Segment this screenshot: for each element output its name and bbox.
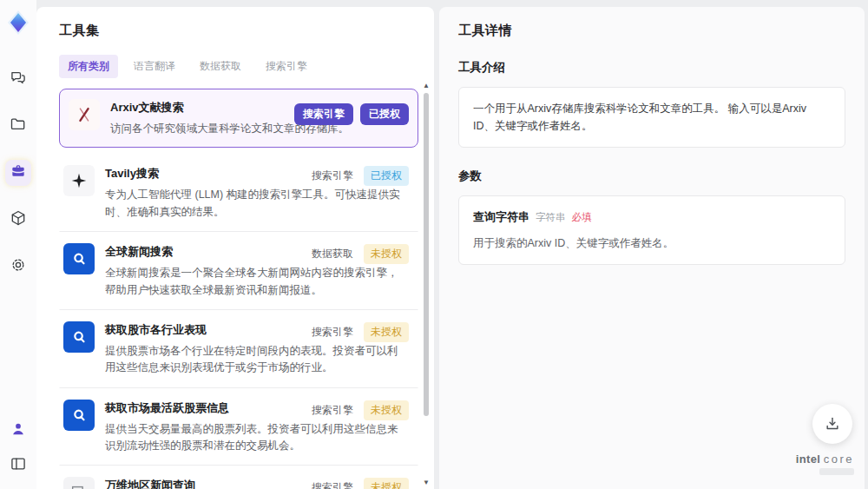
- detail-title: 工具详情: [458, 23, 845, 39]
- scrollbar-up-icon[interactable]: ▲: [423, 82, 430, 90]
- newspaper-icon: [63, 477, 95, 489]
- tool-list: Arxiv文献搜索 访问各个研究领域大量科学论文和文章的存储库。 搜索引擎 已授…: [59, 89, 418, 489]
- tool-card[interactable]: 获取股市各行业表现 提供股票市场各个行业在特定时间段内的表现。投资者可以利用这些…: [59, 310, 418, 388]
- category-tab[interactable]: 搜索引擎: [257, 55, 316, 78]
- tool-category-badge: 搜索引擎: [312, 403, 353, 418]
- news-search-icon: [63, 243, 95, 274]
- panel-toggle-icon: [10, 455, 27, 476]
- tool-description: 全球新闻搜索是一个聚合全球各大新闻网站内容的搜索引擎，帮助用户快速获取全球最新资…: [105, 265, 404, 299]
- tavily-icon: [63, 165, 95, 196]
- tool-auth-badge: 未授权: [364, 244, 409, 264]
- tool-auth-badge: 未授权: [364, 322, 409, 342]
- folder-icon: [10, 116, 27, 136]
- param-header: 查询字符串 字符串 必填: [473, 208, 831, 227]
- tool-category-badge: 搜索引擎: [312, 480, 353, 489]
- tool-category-badge: 数据获取: [312, 247, 353, 261]
- download-icon: [824, 415, 841, 433]
- tool-auth-badge: 已授权: [364, 166, 409, 186]
- app-logo-icon: [4, 9, 32, 36]
- tool-category-badge: 搜索引擎: [312, 169, 353, 183]
- sidebar-item-gear[interactable]: [5, 254, 31, 280]
- tool-card[interactable]: 全球新闻搜索 全球新闻搜索是一个聚合全球各大新闻网站内容的搜索引擎，帮助用户快速…: [59, 232, 418, 310]
- tool-auth-badge: 未授权: [364, 478, 409, 489]
- sidebar-nav: [5, 66, 31, 280]
- category-tab[interactable]: 所有类别: [59, 55, 118, 78]
- tool-card[interactable]: 万维地区新闻查询 查询具体行政区划内的新闻，快速了解各地新闻动 搜索引擎 未授权: [59, 466, 418, 489]
- category-tab[interactable]: 语言翻译: [125, 55, 184, 78]
- app-window: 工具集 所有类别 语言翻译 数据获取 搜索引擎 Arxiv文献搜索 访问各个研究…: [0, 0, 868, 489]
- sidebar-bottom: [5, 418, 31, 479]
- tool-category-badge: 搜索引擎: [312, 325, 353, 340]
- param-type: 字符串: [536, 209, 566, 225]
- param-description: 用于搜索的Arxiv ID、关键字或作者姓名。: [473, 235, 831, 252]
- stock-icon: [63, 321, 95, 353]
- user-icon: [10, 420, 27, 441]
- sidebar-item-toolbox[interactable]: [5, 160, 31, 186]
- chat-icon: [10, 69, 27, 89]
- tool-description: 提供当天交易量最高的股票列表。投资者可以利用这些信息来识别流动性强的股票和潜在的…: [105, 421, 404, 455]
- scrollbar-thumb[interactable]: [424, 93, 429, 416]
- tool-card[interactable]: Tavily搜索 专为人工智能代理 (LLM) 构建的搜索引擎工具。可快速提供实…: [59, 154, 418, 232]
- brand-subtext: [819, 468, 854, 475]
- sidebar-item-chat[interactable]: [5, 66, 31, 92]
- sidebar-item-user[interactable]: [5, 418, 31, 444]
- tool-auth-badge: 已授权: [360, 103, 409, 125]
- gear-icon: [10, 256, 27, 277]
- tool-auth-badge: 未授权: [364, 400, 409, 420]
- scrollbar-down-icon[interactable]: ▼: [423, 479, 430, 487]
- sidebar-item-panel-toggle[interactable]: [5, 453, 31, 479]
- intel-core-logo: intel core: [796, 453, 854, 475]
- params-heading: 参数: [458, 169, 845, 184]
- sidebar: [0, 0, 36, 489]
- tool-description: 专为人工智能代理 (LLM) 构建的搜索引擎工具。可快速提供实时、准确和真实的结…: [105, 187, 404, 221]
- param-name: 查询字符串: [473, 208, 529, 227]
- tool-card[interactable]: Arxiv文献搜索 访问各个研究领域大量科学论文和文章的存储库。 搜索引擎 已授…: [59, 89, 418, 148]
- tool-card[interactable]: 获取市场最活跃股票信息 提供当天交易量最高的股票列表。投资者可以利用这些信息来识…: [59, 388, 418, 466]
- page-title: 工具集: [59, 23, 418, 39]
- tool-category-badge: 搜索引擎: [294, 103, 353, 125]
- sidebar-item-cube[interactable]: [5, 207, 31, 233]
- intro-heading: 工具介绍: [458, 60, 845, 76]
- category-tabs: 所有类别 语言翻译 数据获取 搜索引擎: [59, 55, 418, 78]
- tool-description: 提供股票市场各个行业在特定时间段内的表现。投资者可以利用这些信息来识别表现优于或…: [105, 343, 404, 377]
- tool-list-panel: 工具集 所有类别 语言翻译 数据获取 搜索引擎 Arxiv文献搜索 访问各个研究…: [36, 7, 434, 489]
- arxiv-icon: [69, 99, 100, 130]
- cube-icon: [10, 209, 27, 230]
- param-required-badge: 必填: [572, 209, 592, 225]
- param-box: 查询字符串 字符串 必填 用于搜索的Arxiv ID、关键字或作者姓名。: [458, 195, 845, 265]
- intro-box: 一个用于从Arxiv存储库搜索科学论文和文章的工具。 输入可以是Arxiv ID…: [458, 87, 845, 148]
- sidebar-item-folder[interactable]: [5, 113, 31, 139]
- toolbox-icon: [10, 162, 27, 183]
- stock-icon: [63, 400, 95, 431]
- tool-detail-panel: 工具详情 工具介绍 一个用于从Arxiv存储库搜索科学论文和文章的工具。 输入可…: [439, 7, 865, 489]
- download-button[interactable]: [812, 404, 852, 444]
- category-tab[interactable]: 数据获取: [191, 55, 250, 78]
- scrollbar[interactable]: ▲ ▼: [422, 82, 431, 487]
